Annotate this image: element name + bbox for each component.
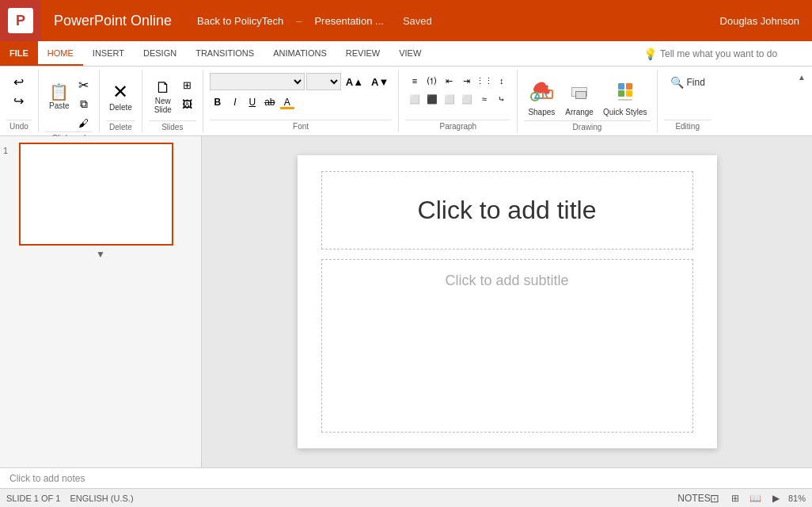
italic-button[interactable]: I: [227, 94, 243, 110]
align-justify-button[interactable]: ⬜: [459, 91, 475, 107]
arrange-label: Arrange: [565, 108, 594, 116]
tab-insert[interactable]: INSERT: [83, 41, 134, 66]
ribbon-collapse-button[interactable]: ▲: [791, 70, 812, 85]
zoom-level: 81%: [788, 494, 806, 503]
slide-sorter-button[interactable]: ⊞: [727, 491, 744, 505]
ribbon-tabs: FILE HOME INSERT DESIGN TRANSITIONS ANIM…: [0, 41, 812, 67]
bold-button[interactable]: B: [210, 94, 226, 110]
increase-indent-button[interactable]: ⇥: [459, 73, 475, 89]
redo-button[interactable]: ↪: [10, 92, 28, 109]
delete-icon: ✕: [112, 82, 128, 101]
notes-bar[interactable]: Click to add notes: [0, 467, 812, 488]
slides-group-content: 🗋 NewSlide ⊞ 🖼: [149, 70, 196, 120]
slide-image-button[interactable]: 🖼: [179, 95, 196, 112]
group-slides: 🗋 NewSlide ⊞ 🖼 Slides: [142, 70, 203, 132]
slide-thumbnail-1[interactable]: 1: [3, 143, 198, 246]
align-right-button[interactable]: ⬜: [442, 91, 457, 107]
increase-font-button[interactable]: A▲: [343, 73, 366, 90]
group-editing: 🔍 Find Editing: [658, 70, 718, 132]
tab-animations[interactable]: ANIMATIONS: [264, 41, 336, 66]
slide-subtitle-box[interactable]: Click to add subtitle: [321, 259, 693, 433]
undo-group-content: ↩ ↪: [10, 70, 28, 120]
cut-button[interactable]: ✂: [75, 76, 93, 93]
slide-thumb-image-1[interactable]: [19, 143, 173, 246]
undo-button[interactable]: ↩: [10, 73, 28, 90]
group-undo: ↩ ↪ Undo: [0, 70, 39, 132]
quick-styles-button[interactable]: Quick Styles: [600, 73, 651, 120]
font-family-select[interactable]: [210, 73, 305, 90]
align-center-button[interactable]: ⬛: [424, 91, 440, 107]
group-paragraph-label: Paragraph: [405, 120, 510, 132]
group-editing-label: Editing: [664, 120, 711, 132]
delete-button[interactable]: ✕ Delete: [106, 73, 135, 120]
notes-placeholder: Click to add notes: [9, 473, 85, 484]
group-drawing: Shapes Arrange: [518, 70, 657, 132]
font-color-button[interactable]: A: [279, 94, 295, 110]
slide-title-box[interactable]: Click to add title: [321, 171, 693, 250]
arrange-icon: [570, 78, 589, 106]
text-direction-button[interactable]: ⤷: [494, 91, 510, 107]
paste-button[interactable]: 📋 Paste: [45, 73, 74, 120]
strikethrough-button[interactable]: ab: [262, 94, 278, 110]
normal-view-button[interactable]: ⊡: [706, 491, 723, 505]
slide-title-placeholder: Click to add title: [418, 196, 597, 225]
editing-group-content: 🔍 Find: [664, 70, 711, 120]
notes-toggle-button[interactable]: NOTES: [685, 491, 703, 505]
group-undo-label: Undo: [6, 120, 32, 132]
slide-layout-button[interactable]: ⊞: [179, 76, 196, 93]
new-slide-button[interactable]: 🗋 NewSlide: [149, 73, 177, 120]
new-slide-label: NewSlide: [154, 97, 172, 114]
quick-styles-icon: [616, 78, 635, 106]
decrease-indent-button[interactable]: ⇤: [442, 73, 457, 89]
slide-panel-scroll-down[interactable]: ▼: [3, 246, 198, 263]
arrange-button[interactable]: Arrange: [562, 73, 597, 120]
user-name[interactable]: Douglas Johnson: [708, 15, 812, 27]
quick-styles-label: Quick Styles: [603, 108, 647, 116]
tell-me-area: 💡: [634, 41, 812, 66]
group-paragraph: ≡ ⑴ ⇤ ⇥ ⋮⋮ ↕ ⬜ ⬛ ⬜ ⬜ ≈ ⤷ Paragraph: [399, 70, 518, 132]
smart-art-button[interactable]: ≈: [476, 91, 492, 107]
numbered-list-button[interactable]: ⑴: [424, 73, 440, 89]
delete-label: Delete: [109, 103, 132, 112]
group-clipboard: 📋 Paste ✂ ⧉ 🖌 Clipboard: [39, 70, 100, 132]
new-slide-icon: 🗋: [155, 79, 171, 95]
reading-view-button[interactable]: 📖: [747, 491, 765, 505]
presentation-name[interactable]: Presentation ...: [308, 12, 389, 30]
delete-group-content: ✕ Delete: [106, 70, 135, 120]
tab-file[interactable]: FILE: [0, 41, 38, 66]
tab-home[interactable]: HOME: [38, 41, 83, 66]
paste-label: Paste: [49, 101, 70, 110]
ribbon-content: ↩ ↪ Undo 📋 Paste ✂ ⧉ 🖌 Clipboard ✕ Delet…: [0, 67, 812, 136]
align-left-button[interactable]: ⬜: [407, 91, 423, 107]
app-logo: P: [0, 0, 41, 41]
slide-main[interactable]: Click to add title Click to add subtitle: [298, 155, 717, 448]
tab-review[interactable]: REVIEW: [336, 41, 389, 66]
nav-separator: –: [296, 15, 302, 27]
slide-number-1: 1: [3, 143, 16, 155]
tell-me-input[interactable]: [660, 48, 803, 59]
format-painter-button[interactable]: 🖌: [75, 114, 93, 132]
lightbulb-icon: 💡: [643, 48, 657, 60]
columns-button[interactable]: ⋮⋮: [476, 73, 492, 89]
bullet-list-button[interactable]: ≡: [407, 73, 423, 89]
slideshow-button[interactable]: ▶: [768, 491, 785, 505]
decrease-font-button[interactable]: A▼: [368, 73, 392, 90]
underline-button[interactable]: U: [245, 94, 260, 110]
slide-panel: 1 ▼: [0, 136, 202, 467]
main-area: 1 ▼ Click to add title Click to add subt…: [0, 136, 812, 467]
font-size-select[interactable]: [306, 73, 341, 90]
tab-design[interactable]: DESIGN: [134, 41, 186, 66]
status-right: NOTES ⊡ ⊞ 📖 ▶ 81%: [685, 491, 806, 505]
find-button[interactable]: 🔍 Find: [664, 73, 711, 92]
copy-button[interactable]: ⧉: [75, 95, 93, 112]
font-format-row: B I U ab A: [210, 94, 295, 110]
back-to-policytech-link[interactable]: Back to PolicyTech: [191, 12, 290, 30]
shapes-button[interactable]: Shapes: [524, 73, 559, 120]
nav-links: Back to PolicyTech – Presentation ... Sa…: [184, 12, 445, 30]
line-spacing-button[interactable]: ↕: [494, 73, 510, 89]
slide-canvas[interactable]: Click to add title Click to add subtitle: [202, 136, 812, 467]
align-row: ⬜ ⬛ ⬜ ⬜ ≈ ⤷: [407, 91, 510, 107]
tab-view[interactable]: VIEW: [389, 41, 431, 66]
tab-transitions[interactable]: TRANSITIONS: [186, 41, 264, 66]
group-delete-label: Delete: [106, 120, 135, 133]
